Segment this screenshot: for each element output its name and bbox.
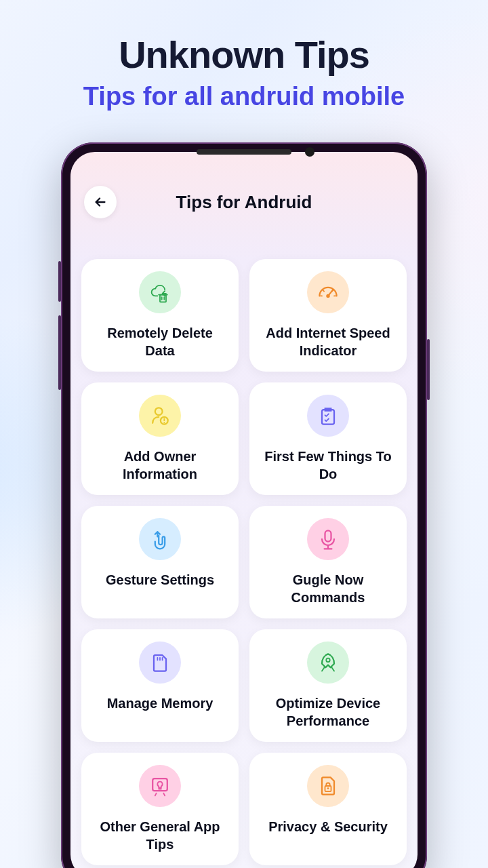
svg-point-6 (326, 658, 329, 662)
sdcard-icon (139, 642, 181, 684)
rocket-icon (307, 642, 349, 684)
tip-label: Gugle Now Commands (259, 571, 397, 606)
user-info-icon (139, 395, 181, 437)
tip-card[interactable]: Privacy & Security (249, 753, 407, 865)
tip-card[interactable]: Manage Memory (81, 629, 239, 742)
tip-label: Gesture Settings (106, 571, 214, 589)
gauge-icon (307, 271, 349, 313)
app-header: Tips for Andruid (70, 152, 418, 232)
svg-rect-5 (325, 530, 331, 541)
tip-card[interactable]: Gugle Now Commands (249, 506, 407, 618)
svg-point-2 (155, 408, 163, 415)
back-button[interactable] (84, 186, 117, 218)
tips-grid: Remotely Delete DataAdd Internet Speed I… (70, 232, 418, 865)
promo-header: Unknown Tips Tips for all andruid mobile (0, 0, 488, 111)
checklist-icon (307, 395, 349, 437)
cloud-delete-icon (139, 271, 181, 313)
lock-file-icon (307, 765, 349, 807)
tip-card[interactable]: Other General App Tips (81, 753, 239, 865)
tip-label: Add Owner Information (91, 448, 229, 483)
tip-label: Remotely Delete Data (91, 324, 229, 359)
tip-label: First Few Things To Do (259, 448, 397, 483)
tip-label: Add Internet Speed Indicator (259, 324, 397, 359)
phone-side-button (58, 315, 61, 390)
tip-card[interactable]: Add Internet Speed Indicator (249, 259, 407, 372)
arrow-left-icon (93, 195, 108, 210)
tip-card[interactable]: Optimize Device Performance (249, 629, 407, 742)
svg-rect-4 (322, 410, 334, 425)
phone-mockup: Tips for Andruid Remotely Delete DataAdd… (61, 142, 427, 868)
app-title: Tips for Andruid (117, 192, 371, 213)
lightbulb-icon (139, 765, 181, 807)
promo-subtitle: Tips for all andruid mobile (0, 82, 488, 111)
tip-label: Manage Memory (107, 694, 214, 712)
phone-side-button (58, 261, 61, 302)
svg-point-9 (327, 787, 329, 789)
phone-side-button (427, 339, 430, 400)
tip-label: Optimize Device Performance (259, 694, 397, 730)
phone-speaker (197, 149, 291, 155)
gesture-icon (139, 518, 181, 560)
tip-label: Other General App Tips (91, 818, 229, 853)
tip-card[interactable]: Gesture Settings (81, 506, 239, 618)
tip-card[interactable]: Remotely Delete Data (81, 259, 239, 372)
app-screen: Tips for Andruid Remotely Delete DataAdd… (70, 152, 418, 868)
phone-camera (305, 147, 314, 157)
tip-card[interactable]: First Few Things To Do (249, 382, 407, 495)
promo-title: Unknown Tips (0, 33, 488, 77)
tip-card[interactable]: Add Owner Information (81, 382, 239, 495)
tip-label: Privacy & Security (268, 818, 388, 835)
mic-icon (307, 518, 349, 560)
